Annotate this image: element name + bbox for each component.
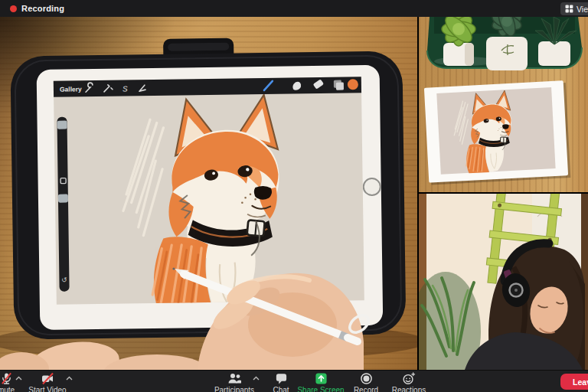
camera-off-icon xyxy=(41,372,55,385)
start-video-label: Start Video xyxy=(28,386,66,392)
chat-bubble-icon xyxy=(275,372,288,385)
participants-label: Participants xyxy=(214,386,254,392)
printed-reference xyxy=(424,80,570,185)
gallery-button[interactable]: Gallery xyxy=(60,85,82,93)
video-tile-reference-desk[interactable] xyxy=(419,17,588,192)
palm-plant xyxy=(419,272,481,370)
gallery-view-icon xyxy=(565,5,573,13)
share-screen-icon xyxy=(315,372,328,385)
home-button[interactable] xyxy=(364,178,381,195)
zoom-meeting-window: Recording View xyxy=(0,0,588,392)
view-button[interactable]: View xyxy=(560,2,588,15)
meeting-toolbar: mute Start Video Participants xyxy=(0,370,588,392)
succulent-left xyxy=(441,17,475,66)
reactions-button[interactable]: Reactions xyxy=(378,372,439,392)
start-video-button[interactable]: Start Video xyxy=(17,372,78,392)
opacity-slider[interactable] xyxy=(58,194,68,203)
record-label: Record xyxy=(354,386,378,392)
video-options-caret-icon[interactable] xyxy=(66,376,73,381)
chat-label: Chat xyxy=(273,386,289,392)
brush-size-slider[interactable] xyxy=(57,121,67,129)
recording-dot-icon xyxy=(10,5,17,12)
recording-label: Recording xyxy=(21,4,64,13)
microphone-muted-icon xyxy=(0,372,13,385)
tablet-device: Gallery S xyxy=(10,35,406,339)
meeting-top-bar: Recording View xyxy=(0,0,588,17)
reactions-smiley-icon xyxy=(402,372,416,385)
succulent-middle xyxy=(486,17,528,70)
video-grid: Gallery S xyxy=(0,17,588,370)
record-icon xyxy=(360,372,373,385)
unmute-label: mute xyxy=(0,386,15,392)
recording-indicator: Recording xyxy=(10,0,64,17)
view-button-label: View xyxy=(577,5,588,14)
undo-icon[interactable]: ↺ xyxy=(61,276,67,284)
participants-icon xyxy=(227,372,242,385)
video-tile-participant[interactable] xyxy=(419,194,588,370)
reactions-label: Reactions xyxy=(392,386,426,392)
leave-button[interactable]: Leave xyxy=(560,374,588,390)
selection-tool-icon[interactable]: S xyxy=(122,84,128,93)
main-video-tile-artist-tablet[interactable]: Gallery S xyxy=(0,17,417,370)
